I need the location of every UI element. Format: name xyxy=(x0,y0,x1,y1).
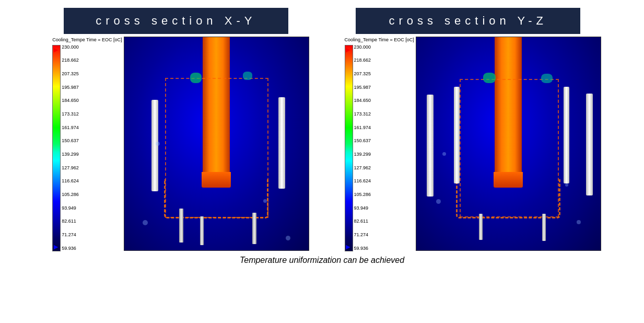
small-rod-b2-yz xyxy=(542,214,546,241)
dot2-yz xyxy=(436,199,441,204)
arrow-top-xy: ► xyxy=(52,46,60,53)
val-8-xy: 139.299 xyxy=(62,152,79,157)
val-2-xy: 207.325 xyxy=(62,72,79,77)
arrow-bottom-xy: ► xyxy=(52,243,60,250)
val-4-xy: 184.650 xyxy=(62,98,79,103)
val-7-yz: 150.637 xyxy=(354,139,371,144)
val-13-yz: 82.611 xyxy=(354,219,371,224)
white-rod-far-right-yz xyxy=(586,94,593,195)
val-2-yz: 207.325 xyxy=(354,72,371,77)
dot3-yz xyxy=(577,220,581,224)
colorbar-xy xyxy=(52,45,61,251)
val-9-xy: 127.962 xyxy=(62,166,79,171)
dot4-xy xyxy=(263,199,267,203)
val-14-yz: 71.274 xyxy=(354,233,371,238)
val-5-xy: 173.312 xyxy=(62,112,79,117)
val-14-xy: 71.274 xyxy=(62,233,79,238)
dashed-box-xy xyxy=(165,78,268,218)
val-9-yz: 127.962 xyxy=(354,166,371,171)
panels-wrapper: cross section X-Y Cooling_Tempe Time = E… xyxy=(43,8,601,251)
val-1-xy: 218.662 xyxy=(62,58,79,63)
legend-xy: Cooling_Tempe Time = EOC [oC] ► ► 230.00… xyxy=(43,37,122,251)
colorbar-row-xy: ► ► 230.000 218.662 207.325 195.987 184.… xyxy=(52,45,122,251)
dot2-xy xyxy=(143,220,148,225)
val-1-yz: 218.662 xyxy=(354,58,371,63)
dot3-xy xyxy=(286,236,290,240)
small-rod-b1-yz xyxy=(479,214,483,240)
legend-title1-xy: Cooling_Tempe xyxy=(52,37,85,42)
dot1-yz xyxy=(442,152,446,156)
val-0-yz: 230.000 xyxy=(354,45,371,50)
dashed-box-yz xyxy=(460,79,559,217)
val-6-yz: 161.974 xyxy=(354,125,371,131)
viz-yz xyxy=(416,37,601,251)
title-yz: cross section Y-Z xyxy=(356,8,580,34)
val-15-xy: 59.936 xyxy=(62,246,79,251)
value-labels-yz: 230.000 218.662 207.325 195.987 184.650 … xyxy=(354,45,371,251)
legend-header-yz: Cooling_Tempe Time = EOC [oC] xyxy=(345,37,414,43)
white-rod-far-left-yz xyxy=(427,95,434,197)
colorbar-row-yz: ► ► 230.000 218.662 207.325 195.987 184.… xyxy=(345,45,414,251)
value-labels-xy: 230.000 218.662 207.325 195.987 184.650 … xyxy=(62,45,79,251)
legend-title3-xy: [oC] xyxy=(113,37,122,42)
green-blob-yz xyxy=(483,73,496,83)
val-8-yz: 139.299 xyxy=(354,152,371,157)
val-10-xy: 116.624 xyxy=(62,179,79,184)
legend-title2-xy: Time = EOC xyxy=(86,37,112,42)
viz-xy xyxy=(124,37,309,251)
white-rod-left-yz xyxy=(454,87,460,183)
val-12-xy: 93.949 xyxy=(62,206,79,211)
panel-yz: cross section Y-Z Cooling_Tempe Time = E… xyxy=(335,8,601,251)
white-rod-right-xy xyxy=(278,97,285,189)
teal-blob-yz xyxy=(541,74,553,83)
title-xy: cross section X-Y xyxy=(64,8,288,34)
content-row-yz: Cooling_Tempe Time = EOC [oC] ► ► 230.00… xyxy=(335,37,601,251)
white-rod-right-yz xyxy=(564,87,569,183)
colorbar-yz xyxy=(345,45,353,251)
content-row-xy: Cooling_Tempe Time = EOC [oC] ► ► 230.00… xyxy=(43,37,309,251)
val-3-xy: 195.987 xyxy=(62,85,79,90)
legend-title2-yz: Time = EOC xyxy=(378,37,404,42)
legend-title3-yz: [oC] xyxy=(405,37,414,42)
dot4-yz xyxy=(565,183,568,187)
val-11-yz: 105.286 xyxy=(354,192,371,198)
dot1-xy xyxy=(156,142,160,146)
val-6-xy: 161.974 xyxy=(62,125,79,131)
arrow-top-yz: ► xyxy=(345,46,352,53)
val-0-xy: 230.000 xyxy=(62,45,79,50)
legend-title1-yz: Cooling_Tempe xyxy=(345,37,378,42)
small-rod-b2-xy xyxy=(200,216,204,245)
legend-yz: Cooling_Tempe Time = EOC [oC] ► ► 230.00… xyxy=(335,37,414,251)
teal-blob-xy xyxy=(243,72,252,80)
val-10-yz: 116.624 xyxy=(354,179,371,184)
val-12-yz: 93.949 xyxy=(354,206,371,211)
val-11-xy: 105.286 xyxy=(62,192,79,198)
val-5-yz: 173.312 xyxy=(354,112,371,117)
val-3-yz: 195.987 xyxy=(354,85,371,90)
val-7-xy: 150.637 xyxy=(62,139,79,144)
val-4-yz: 184.650 xyxy=(354,98,371,103)
val-13-xy: 82.611 xyxy=(62,219,79,224)
arrow-bottom-yz: ► xyxy=(345,243,352,250)
caption: Temperature uniformization can be achiev… xyxy=(240,256,404,265)
panel-xy: cross section X-Y Cooling_Tempe Time = E… xyxy=(43,8,309,251)
green-blob-xy xyxy=(190,73,202,83)
small-rod-b1-xy xyxy=(179,209,183,243)
main-container: cross section X-Y Cooling_Tempe Time = E… xyxy=(0,0,644,323)
legend-header-xy: Cooling_Tempe Time = EOC [oC] xyxy=(52,37,122,43)
val-15-yz: 59.936 xyxy=(354,246,371,251)
small-rod-b3-xy xyxy=(252,213,256,244)
